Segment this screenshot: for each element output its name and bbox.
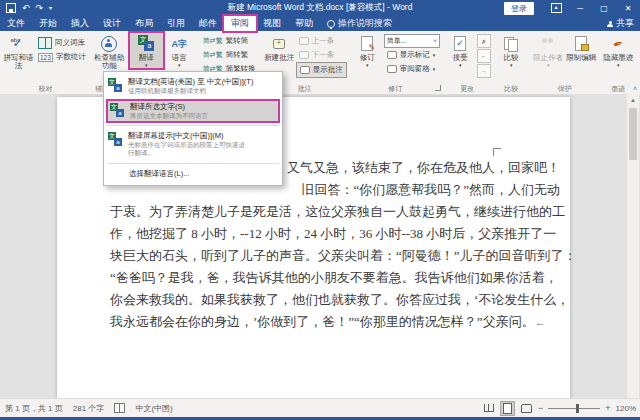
tab-file[interactable]: 文件 (0, 16, 32, 31)
group-label-proofing: 校对 (2, 83, 89, 94)
translate-button[interactable]: 文 a 翻译 ▾ (130, 33, 163, 68)
reject-button[interactable]: ✗ (477, 34, 491, 48)
track-changes-icon: ✎ (361, 35, 373, 52)
person-icon (607, 21, 613, 27)
lightbulb-icon (327, 20, 335, 28)
tab-help[interactable]: 帮助 (288, 16, 320, 31)
menu-item-mini-translator[interactable]: 文a 翻译屏幕提示[中文(中国)](M) 光标悬停在字词或所选的段落上可快速进行… (104, 128, 282, 161)
text-boundary-crop-mark (493, 148, 501, 156)
tab-layout[interactable]: 布局 (128, 16, 160, 31)
zoom-out-button[interactable]: − (538, 404, 543, 413)
share-button[interactable]: 共享 (607, 16, 634, 31)
print-layout-icon (503, 403, 512, 414)
menu-item-choose-translation-language[interactable]: 选择翻译语言(L)... (104, 166, 282, 183)
zoom-slider[interactable] (548, 408, 600, 409)
web-layout-icon (521, 404, 532, 413)
redo-icon[interactable]: ↷ (36, 4, 44, 13)
reviewing-pane-button[interactable]: 审阅窗格 ▾ (384, 62, 440, 76)
ribbon-display-options-button[interactable]: ▴ (544, 0, 568, 16)
tell-me-search[interactable]: 操作说明搜索 (320, 16, 399, 31)
zoom-slider-thumb[interactable] (576, 404, 579, 413)
compare-button[interactable]: 比较 ▾ (495, 33, 528, 68)
translate-selection-icon: 文a (110, 103, 126, 119)
spelling-grammar-icon: abc✓ (10, 35, 28, 52)
proofing-status-icon[interactable] (114, 403, 125, 413)
accept-icon: ✓ (454, 35, 466, 52)
word-count-icon: 123 (38, 53, 53, 62)
tab-design[interactable]: 设计 (96, 16, 128, 31)
restrict-editing-button[interactable]: 限制编辑 (565, 33, 598, 62)
word-count-indicator[interactable]: 281 个字 (73, 403, 105, 414)
translate-document-icon: 文a (108, 78, 124, 94)
thesaurus-button[interactable]: 同义词库 (35, 36, 89, 50)
undo-icon[interactable]: ↶ (22, 4, 30, 13)
previous-change-button[interactable]: ← (477, 49, 491, 63)
chevron-down-icon: ▾ (433, 53, 436, 58)
read-mode-view-button[interactable] (482, 402, 495, 415)
show-comments-button[interactable]: 显示批注 (296, 62, 347, 78)
group-compare: 比较 ▾ 比较 (493, 31, 530, 94)
group-ink: ✒ 隐藏墨迹 ▾ 墨迹 (600, 31, 637, 94)
save-icon[interactable] (6, 3, 16, 13)
menu-item-translate-document[interactable]: 文a 翻译文档[英语(美国) 至 中文(中国)](T) 使用联机翻译服务翻译文档 (104, 74, 282, 98)
minimize-button[interactable]: ─ (568, 0, 592, 16)
track-changes-button[interactable]: ✎ 修订 ▾ (351, 33, 384, 68)
next-comment-button[interactable]: 下一条 (296, 48, 347, 62)
dialog-launcher-icon[interactable] (435, 85, 441, 91)
word-count-button[interactable]: 123 字数统计 (35, 50, 89, 64)
restrict-editing-icon (575, 35, 587, 52)
display-for-review-select[interactable]: 简单... ˅ (384, 34, 440, 48)
scrollbar-thumb[interactable] (629, 108, 637, 160)
group-label-protect: 保护 (532, 83, 598, 94)
collapse-ribbon-button[interactable]: ˄ (633, 85, 637, 92)
document-line: 我永远都会在你的身边，’你做到了，爸！”“你那里的情况怎样？”父亲问。← (110, 314, 562, 330)
customize-qat-icon[interactable]: ▾ (49, 4, 52, 13)
language-indicator[interactable]: 中文(中国) (135, 403, 172, 414)
show-markup-button[interactable]: 显示标记 ▾ (384, 48, 440, 62)
language-button[interactable]: A字 语言 ▾ (163, 33, 196, 68)
new-comment-button[interactable]: 新建批注 (263, 33, 296, 62)
window-title: 新建 Microsoft Word 文档.docx [兼容模式] - Word (228, 2, 413, 14)
menu-item-translate-selected-text[interactable]: 文a 翻译所选文字(S) 将所选文本翻译为不同语言 (106, 99, 280, 123)
check-accessibility-button[interactable]: 检查辅助功能 (93, 33, 126, 70)
document-line: “爸爸吗？是我，爸，我告诉其他的小朋友不要着急。我告诉他们如果你活着， (110, 270, 562, 285)
next-change-button[interactable]: → (477, 64, 491, 78)
tab-review[interactable]: 审阅 (224, 16, 256, 31)
sign-in-button[interactable]: 登录 (504, 2, 534, 15)
scroll-up-icon[interactable]: ▲ (627, 94, 639, 105)
tab-references[interactable]: 引用 (160, 16, 192, 31)
spelling-grammar-button[interactable]: abc✓ 拼写和语法 (2, 33, 35, 70)
document-line: 块巨大的石头，听到了儿子的声音。父亲尖叫着：“阿曼德！”儿子的回音听到了： (110, 248, 562, 263)
group-label-ink: 墨迹 (602, 83, 635, 94)
group-protect: 阻止作者 ▾ 限制编辑 保护 (530, 31, 600, 94)
group-label-tracking: 修订 (351, 83, 440, 94)
thesaurus-icon (38, 37, 52, 49)
accept-button[interactable]: ✓ 接受 ▾ (444, 33, 477, 68)
simplified-to-traditional-button[interactable]: 简⇄繁 简转繁 (200, 48, 259, 62)
vertical-scrollbar[interactable]: ▲ (626, 94, 639, 399)
tab-insert[interactable]: 插入 (64, 16, 96, 31)
web-layout-view-button[interactable] (520, 402, 533, 415)
compare-icon (504, 35, 518, 52)
tab-mailings[interactable]: 邮件 (192, 16, 224, 31)
menu-separator (107, 125, 279, 126)
previous-comment-button[interactable]: 上一条 (296, 34, 347, 48)
zoom-in-button[interactable]: + (605, 404, 610, 413)
convert-icon: 简⇄繁 (203, 50, 223, 60)
document-canvas: 又气又急，该结束了，你在危及他人，回家吧！ 旧回答：“你们愿意帮我吗？”然而，人… (0, 94, 640, 399)
document-line: 你会来救我的。如果我获救了，他们也就获救了。你答应过我，‘不论发生什么， (110, 292, 562, 307)
maximize-button[interactable]: ▢ (592, 0, 616, 16)
block-authors-button[interactable]: 阻止作者 ▾ (532, 33, 565, 68)
print-layout-view-button[interactable] (500, 401, 515, 416)
chevron-down-icon: ▾ (433, 67, 436, 72)
mini-translator-icon: 文a (108, 132, 124, 148)
page-indicator[interactable]: 第 1 页，共 1 页 (5, 403, 63, 414)
hide-ink-button[interactable]: ✒ 隐藏墨迹 ▾ (602, 33, 635, 68)
zoom-level[interactable]: 120% (616, 404, 636, 413)
close-button[interactable]: ✕ (616, 0, 640, 16)
show-markup-icon (387, 51, 397, 59)
tab-home[interactable]: 开始 (32, 16, 64, 31)
tab-view[interactable]: 视图 (256, 16, 288, 31)
paragraph-mark: ← (535, 316, 546, 328)
traditional-to-simplified-button[interactable]: 简⇄繁 繁转简 (200, 34, 259, 48)
